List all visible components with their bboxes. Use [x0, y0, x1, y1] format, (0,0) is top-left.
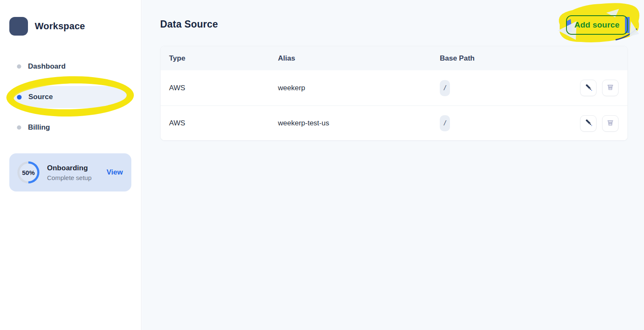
column-header-alias: Alias	[278, 54, 440, 63]
cell-alias: weekerp-test-us	[278, 119, 440, 128]
pencil-icon	[585, 83, 592, 93]
page-title: Data Source	[160, 19, 218, 30]
source-dot-icon	[17, 95, 22, 100]
sidebar-item-dashboard[interactable]: Dashboard	[12, 59, 127, 74]
dashboard-dot-icon	[17, 64, 21, 69]
workspace-title: Workspace	[35, 21, 85, 32]
workspace-logo	[9, 17, 28, 36]
pencil-icon	[585, 119, 592, 128]
base-path-badge: /	[440, 80, 450, 96]
sidebar-item-label: Dashboard	[28, 62, 66, 71]
onboarding-view-link[interactable]: View	[107, 168, 123, 177]
workspace-header: Workspace	[9, 17, 85, 36]
onboarding-title: Onboarding	[47, 164, 92, 172]
sidebar-item-billing[interactable]: Billing	[12, 120, 127, 135]
edit-button[interactable]	[580, 115, 597, 132]
progress-percent: 50%	[17, 161, 39, 183]
table-row: AWS weekerp-test-us /	[161, 105, 627, 141]
delete-button[interactable]	[602, 115, 619, 132]
onboarding-card: 50% Onboarding Complete setup View	[9, 153, 131, 191]
white-arrow-right	[630, 21, 639, 36]
cell-alias: weekerp	[278, 84, 440, 92]
table-row: AWS weekerp /	[161, 70, 627, 105]
sidebar-item-label: Source	[28, 93, 53, 101]
column-header-base-path: Base Path	[440, 54, 627, 63]
base-path-badge: /	[440, 115, 450, 131]
sidebar-item-label: Billing	[28, 123, 50, 132]
add-source-button[interactable]: Add source	[566, 15, 628, 35]
data-source-table: Type Alias Base Path AWS weekerp /	[160, 46, 628, 141]
sidebar-item-source[interactable]: Source	[12, 86, 127, 108]
cell-type: AWS	[161, 119, 278, 128]
table-header-row: Type Alias Base Path	[161, 46, 627, 70]
column-header-type: Type	[161, 54, 278, 63]
trash-icon	[606, 83, 614, 93]
progress-ring-icon: 50%	[17, 161, 39, 183]
billing-dot-icon	[17, 125, 21, 130]
edit-button[interactable]	[580, 80, 597, 96]
delete-button[interactable]	[602, 80, 619, 96]
onboarding-subtitle: Complete setup	[47, 174, 92, 181]
sidebar: Workspace Dashboard Source Billing 50% O…	[0, 0, 142, 330]
cell-type: AWS	[161, 84, 278, 92]
trash-icon	[606, 119, 614, 128]
main-content: Data Source Add source Type Alias Base P…	[142, 0, 644, 330]
